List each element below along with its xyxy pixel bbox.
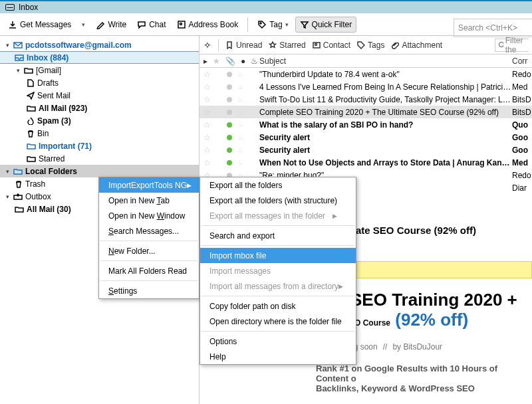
junk-icon[interactable]: ♨	[237, 159, 243, 166]
svg-point-7	[315, 43, 317, 45]
star-icon[interactable]: ☆	[203, 158, 211, 167]
spam-folder[interactable]: Spam (3)	[0, 114, 199, 127]
message-corr: Diar	[512, 183, 532, 193]
star-icon[interactable]: ☆	[203, 133, 211, 142]
message-row[interactable]: ☆♨Swift To-Do List 11 & Productivity Gui…	[200, 93, 532, 106]
message-corr: Quo	[512, 120, 532, 130]
svg-point-8	[499, 42, 503, 47]
menu-item[interactable]: Settings	[99, 283, 199, 298]
bin-folder[interactable]: Bin	[0, 127, 199, 140]
read-dot[interactable]	[227, 84, 232, 90]
chat-icon	[137, 20, 146, 29]
write-button[interactable]: Write	[92, 17, 130, 32]
col-correspondent[interactable]: Corr	[512, 56, 532, 66]
column-headers: ▸★📎●♨ Subject Corr	[200, 54, 532, 68]
menu-item[interactable]: Search and export	[200, 228, 356, 243]
menu-item[interactable]: Help	[200, 349, 356, 364]
menu-item[interactable]: New Folder...	[99, 243, 199, 258]
folder-icon	[24, 67, 33, 74]
message-subject: Complete SEO Training 2020 + The Ultimat…	[259, 108, 512, 117]
star-icon[interactable]: ☆	[203, 146, 211, 155]
junk-icon[interactable]: ♨	[237, 70, 243, 78]
tag-label: Tag	[269, 20, 282, 29]
spam-label: Spam (3)	[37, 116, 71, 126]
read-dot[interactable]	[227, 122, 232, 128]
message-subject: What is the salary of an SBI PO in hand?	[259, 120, 512, 130]
filter-unread[interactable]: Unread	[225, 41, 262, 50]
filter-bar: ✧ Unread Starred Contact Tags Attachment…	[200, 36, 532, 54]
get-messages-button[interactable]: Get Messages	[4, 17, 75, 32]
outbox-label: Outbox	[25, 192, 51, 201]
star-icon[interactable]: ☆	[203, 70, 211, 79]
local-folders-row[interactable]: ▾ Local Folders	[0, 165, 199, 177]
menu-item[interactable]: Import mbox file	[200, 248, 356, 263]
star-icon[interactable]: ☆	[203, 120, 211, 130]
menu-item[interactable]: Open in New Window	[99, 208, 199, 223]
menu-item[interactable]: Search Messages...	[99, 223, 199, 239]
junk-icon[interactable]: ♨	[237, 121, 243, 128]
address-book-label: Address Book	[189, 20, 239, 29]
inbox-folder[interactable]: Inbox (884)	[0, 51, 199, 64]
junk-icon[interactable]: ♨	[237, 146, 243, 153]
filter-attachment[interactable]: Attachment	[391, 41, 442, 50]
menu-item[interactable]: Mark All Folders Read	[99, 263, 199, 278]
star-icon[interactable]: ☆	[203, 108, 211, 117]
read-dot[interactable]	[227, 160, 232, 165]
menu-item[interactable]: ImportExportTools NG▶	[99, 177, 199, 193]
read-dot[interactable]	[227, 148, 232, 153]
address-book-button[interactable]: Address Book	[173, 17, 243, 32]
drafts-folder[interactable]: Drafts	[0, 76, 199, 89]
folder-icon	[27, 143, 36, 150]
gmail-folder[interactable]: ▾ [Gmail]	[0, 64, 199, 76]
star-icon[interactable]: ☆	[203, 95, 211, 104]
quick-filter-button[interactable]: Quick Filter	[295, 17, 357, 33]
message-corr: Redo	[512, 70, 532, 79]
trash-icon	[27, 130, 35, 138]
junk-icon[interactable]: ♨	[237, 96, 243, 103]
menu-item[interactable]: Copy folder path on disk	[200, 298, 356, 314]
star-icon[interactable]: ☆	[203, 82, 211, 92]
message-row[interactable]: ☆♨4 Lessons I've Learned From Being In A…	[200, 80, 532, 93]
file-icon	[27, 79, 35, 87]
junk-icon[interactable]: ♨	[237, 134, 243, 141]
get-messages-dropdown[interactable]: ▾	[78, 19, 89, 31]
filter-tags[interactable]: Tags	[357, 41, 384, 50]
svg-point-2	[260, 23, 261, 24]
read-dot[interactable]	[227, 110, 232, 115]
message-row[interactable]: ☆♨Security alertGoo	[200, 144, 532, 156]
filter-search-input[interactable]: Filter the	[495, 39, 528, 52]
sent-folder[interactable]: Sent Mail	[0, 89, 199, 102]
tag-icon	[357, 41, 365, 49]
read-dot[interactable]	[227, 135, 232, 140]
read-dot[interactable]	[227, 72, 232, 77]
allmail-folder[interactable]: All Mail (923)	[0, 102, 199, 114]
tag-button[interactable]: Tag ▾	[253, 17, 292, 32]
message-row[interactable]: ☆♨When Not to Use Objects and Arrays to …	[200, 156, 532, 169]
menu-item[interactable]: Open directory where is the folder file	[200, 314, 356, 329]
filter-starred[interactable]: Starred	[269, 41, 305, 50]
message-row[interactable]: ☆♨What is the salary of an SBI PO in han…	[200, 118, 532, 131]
read-dot[interactable]	[227, 97, 232, 102]
col-subject[interactable]: Subject	[259, 56, 512, 66]
message-row[interactable]: ☆♨Complete SEO Training 2020 + The Ultim…	[200, 106, 532, 118]
message-row[interactable]: ☆♨Security alertGoo	[200, 131, 532, 144]
filter-contact[interactable]: Contact	[313, 41, 350, 50]
junk-icon[interactable]: ♨	[237, 83, 243, 90]
local-allmail-label: All Mail (30)	[27, 205, 71, 214]
global-search-input[interactable]: Search <Ctrl+K>	[454, 19, 532, 37]
menu-item[interactable]: Export all the folders	[200, 177, 356, 193]
menu-item[interactable]: Options	[200, 334, 356, 349]
pin-icon[interactable]: ✧	[203, 40, 211, 50]
chat-button[interactable]: Chat	[133, 17, 170, 32]
junk-icon[interactable]: ♨	[237, 108, 243, 116]
menu-item[interactable]: Open in New Tab	[99, 193, 199, 208]
message-corr: Med	[512, 82, 532, 92]
message-row[interactable]: ☆♨"Thunderbird Update to 78.4 went a-ok"…	[200, 68, 532, 80]
sent-label: Sent Mail	[37, 91, 70, 100]
important-label: Important (71)	[39, 142, 92, 151]
important-folder[interactable]: Important (71)	[0, 140, 199, 152]
menu-item[interactable]: Export all the folders (with structure)	[200, 193, 356, 208]
folder-icon	[15, 206, 24, 213]
starred-folder[interactable]: Starred	[0, 152, 199, 165]
account-row[interactable]: ▾ pcdotssoftware@gmail.com	[0, 39, 199, 51]
